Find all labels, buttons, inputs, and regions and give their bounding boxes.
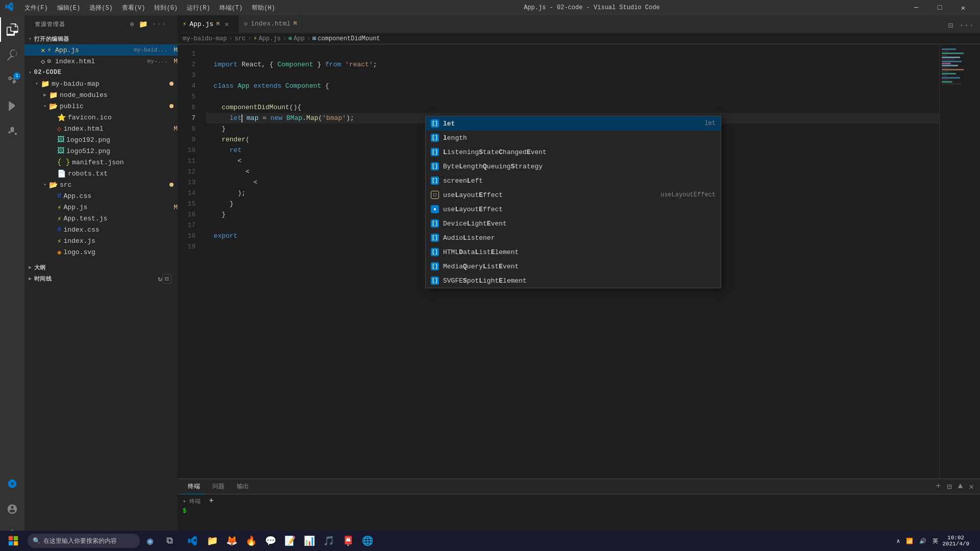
ac-item-listeningstate[interactable]: [] ListeningStateChangedEvent: [426, 145, 721, 159]
timeline-section[interactable]: ▶ 时间线 ↻ ⊟: [24, 273, 178, 284]
tab-appjs-close[interactable]: ✕: [225, 20, 229, 29]
panel-tab-terminal[interactable]: 终端: [182, 479, 206, 494]
new-folder-icon[interactable]: 📁: [138, 19, 149, 30]
ac-item-length[interactable]: [] length: [426, 131, 721, 145]
split-editor-icon[interactable]: ⊡: [946, 18, 955, 33]
appcss-label: App.css: [63, 192, 178, 200]
taskbar-chrome[interactable]: 🌐: [358, 533, 377, 549]
panel-close-icon[interactable]: ✕: [967, 480, 976, 494]
more-actions-icon[interactable]: ···: [151, 19, 167, 30]
ac-item-uselayouteffect2[interactable]: ● useLayoutEffect: [426, 202, 721, 216]
ac-item-screenleft[interactable]: [] screenLeft: [426, 173, 721, 188]
panel-tab-output[interactable]: 输出: [231, 479, 255, 494]
maximize-button[interactable]: □: [928, 0, 951, 15]
menu-select[interactable]: 选择(S): [85, 3, 117, 13]
taskbar-app1[interactable]: 🔥: [242, 533, 260, 549]
file-app-css[interactable]: # App.css: [24, 190, 178, 202]
file-manifest[interactable]: { } manifest.json: [24, 157, 178, 168]
tray-network[interactable]: 📶: [904, 537, 915, 545]
folder-node-modules[interactable]: ▶ 📁 node_modules: [24, 89, 178, 101]
timeline-filter-icon[interactable]: ⊟: [162, 274, 172, 284]
svg-rect-1: [14, 536, 18, 540]
menu-goto[interactable]: 转到(G): [150, 3, 182, 13]
file-favicon[interactable]: ⭐ favicon.ico: [24, 112, 178, 123]
ac-item-let[interactable]: [] let let: [426, 116, 721, 131]
file-logo512[interactable]: 🖼 logo512.png: [24, 145, 178, 157]
open-file-appjs[interactable]: ✕ ⚡ App.js my-baid... M: [24, 44, 178, 56]
panel-maximize-icon[interactable]: ▲: [956, 480, 965, 494]
taskbar-app6[interactable]: 📮: [339, 533, 357, 549]
taskbar-app5[interactable]: 🎵: [320, 533, 338, 549]
minimize-button[interactable]: ─: [904, 0, 928, 15]
tray-expand[interactable]: ∧: [895, 537, 902, 545]
taskbar-taskswitcher[interactable]: ⧉: [160, 533, 179, 549]
breadcrumb-method[interactable]: ⊞componentDidMount: [312, 35, 380, 42]
src-label: src: [60, 181, 169, 189]
taskbar-search[interactable]: 🔍 在这里输入你要搜索的内容: [28, 534, 140, 548]
file-index-js[interactable]: ⚡ index.js: [24, 235, 178, 246]
file-app-test[interactable]: ⚡ App.test.js: [24, 213, 178, 224]
folder-my-baidu-map[interactable]: ▾ 📁 my-baidu-map: [24, 78, 178, 89]
close-button[interactable]: ✕: [951, 0, 975, 15]
activity-remote[interactable]: [0, 471, 24, 496]
taskbar-firefox[interactable]: 🦊: [223, 533, 241, 549]
breadcrumb-appjs[interactable]: ⚡App.js: [253, 35, 280, 42]
breadcrumb-src[interactable]: src: [235, 35, 246, 42]
taskbar-app2[interactable]: 💬: [261, 533, 280, 549]
more-actions-tab-icon[interactable]: ···: [957, 19, 976, 32]
ac-item-mediaquerylist[interactable]: [] MediaQueryListEvent: [426, 259, 721, 273]
taskbar-fileexplorer[interactable]: 📁: [203, 533, 222, 549]
breadcrumb-app[interactable]: ⊕App: [288, 35, 305, 42]
taskbar-clock[interactable]: 10:02 2021/4/9: [942, 535, 969, 547]
menu-edit[interactable]: 编辑(E): [53, 3, 85, 13]
tray-volume[interactable]: 🔊: [917, 537, 928, 545]
timeline-refresh-icon[interactable]: ↻: [158, 274, 162, 283]
window-title: App.js - 02-code - Visual Studio Code: [283, 4, 900, 11]
ac-item-svgfespotlight[interactable]: [] SVGFESpotLightElement: [426, 273, 721, 288]
start-button[interactable]: [2, 533, 24, 549]
code-content[interactable]: import React, { Component } from 'react'…: [201, 44, 939, 479]
outline-section[interactable]: ▶ 大纲: [24, 262, 178, 273]
panel-add-icon[interactable]: +: [934, 480, 943, 494]
tray-lang[interactable]: 英: [930, 536, 940, 546]
taskbar-app3[interactable]: 📝: [281, 533, 299, 549]
ac-item-bytelength[interactable]: [] ByteLengthQueuingStrategy: [426, 159, 721, 173]
file-index-css[interactable]: # index.css: [24, 224, 178, 235]
taskbar-app4[interactable]: 📊: [300, 533, 318, 549]
activity-search[interactable]: [0, 43, 24, 67]
file-index-html[interactable]: ◇ index.html M: [24, 123, 178, 134]
menu-help[interactable]: 帮助(H): [248, 3, 279, 13]
folder-02code[interactable]: ▾ 02-CODE: [24, 67, 178, 78]
file-logo-svg[interactable]: ◈ logo.svg: [24, 246, 178, 258]
activity-run[interactable]: [0, 94, 24, 118]
breadcrumb-mybaidu[interactable]: my-baidu-map: [183, 35, 227, 42]
activity-extensions[interactable]: [0, 119, 24, 144]
tab-indexhtml[interactable]: ◇ index.html M: [239, 15, 302, 33]
new-file-icon[interactable]: ⊕: [129, 19, 135, 30]
menu-file[interactable]: 文件(F): [20, 3, 52, 13]
taskbar-vscode[interactable]: [184, 533, 202, 549]
activity-explorer[interactable]: [0, 17, 24, 42]
ac-item-uselayouteffect1[interactable]: □ useLayoutEffect useLayoutEffect: [426, 188, 721, 202]
panel-split-icon[interactable]: ⊟: [945, 480, 954, 494]
file-robots[interactable]: 📄 robots.txt: [24, 168, 178, 179]
ac-item-htmldatalist[interactable]: [] HTMLDataListElement: [426, 245, 721, 259]
taskbar-cortana[interactable]: ◉: [141, 533, 159, 549]
new-terminal-icon[interactable]: +: [209, 496, 214, 506]
menu-view[interactable]: 查看(V): [118, 3, 150, 13]
activity-source-control[interactable]: 1: [0, 68, 24, 93]
ac-item-audiolistener[interactable]: [] AudioListener: [426, 231, 721, 245]
menu-run[interactable]: 运行(R): [183, 3, 214, 13]
open-editors-section[interactable]: ▾ 打开的编辑器: [24, 33, 178, 44]
open-file-indexhtml[interactable]: ◇ ⊙ index.html my-... M: [24, 56, 178, 67]
folder-public[interactable]: ▾ 📂 public: [24, 101, 178, 112]
file-logo192[interactable]: 🖼 logo192.png: [24, 134, 178, 145]
activity-account[interactable]: [0, 497, 24, 521]
file-app-js[interactable]: ⚡ App.js M: [24, 202, 178, 213]
ac-item-devicelight[interactable]: [] DeviceLightEvent: [426, 216, 721, 231]
tab-appjs[interactable]: ⚡ App.js M ✕: [178, 15, 239, 33]
menu-terminal[interactable]: 终端(T): [215, 3, 247, 13]
folder-src[interactable]: ▾ 📂 src: [24, 179, 178, 190]
panel-tab-problems[interactable]: 问题: [206, 479, 231, 494]
ac-icon-bytelength: []: [431, 162, 439, 170]
